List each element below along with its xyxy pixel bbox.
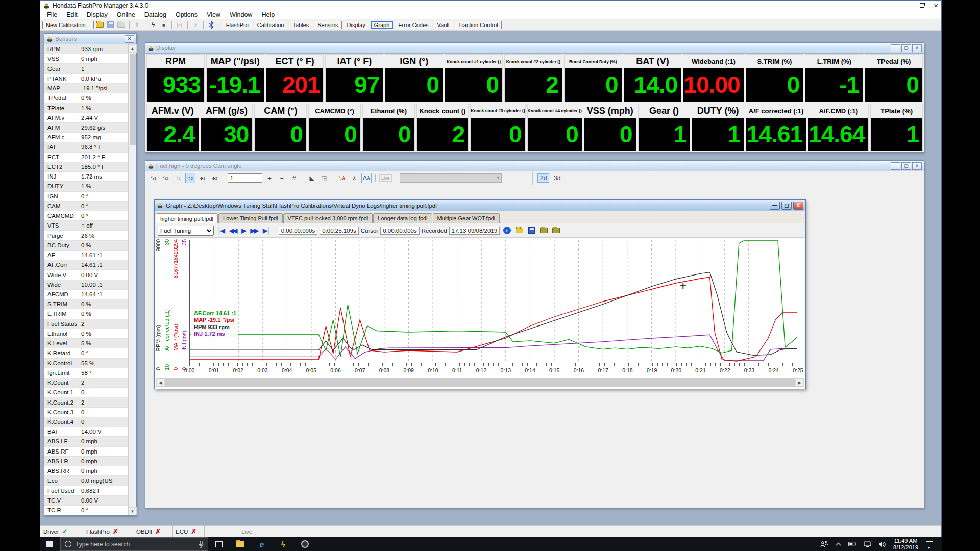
scroll-thumb[interactable] [130, 54, 136, 145]
view-2d-button[interactable]: 2d [537, 173, 549, 183]
display-maximize-button[interactable]: ▢ [901, 44, 911, 52]
sensors-scrollbar[interactable]: ▲ ▼ [128, 44, 136, 515]
menu-options[interactable]: Options [171, 11, 202, 19]
sensor-row[interactable]: IGN0 ° [44, 192, 128, 202]
edge-button[interactable]: e [251, 537, 273, 551]
sensor-row[interactable]: K.Retard0 ° [44, 348, 128, 358]
menu-view[interactable]: View [202, 11, 225, 19]
graph-close-button[interactable]: X [793, 202, 803, 210]
sensor-row[interactable]: VSS0 mph [44, 54, 128, 64]
sensor-row[interactable]: ABS.LF0 mph [44, 437, 128, 446]
sensor-row[interactable]: ABS.LR0 mph [44, 457, 128, 466]
app-taskbar-button[interactable] [294, 537, 315, 551]
time-end-field[interactable]: 0:00:25.109s [320, 227, 359, 235]
battery-icon[interactable] [845, 537, 860, 551]
display-close-button[interactable]: ✕ [912, 44, 922, 52]
graph-restore-button[interactable]: ▢ [781, 202, 792, 210]
zoom-in-icon[interactable]: ＋ [264, 173, 275, 183]
play-button[interactable]: ▶ [240, 227, 247, 234]
nav-calibration[interactable]: Calibration [254, 21, 288, 29]
fuel-high-maximize-button[interactable]: ▢ [901, 162, 911, 170]
action-center-icon[interactable] [922, 537, 937, 551]
sensor-row[interactable]: TPedal0 % [44, 93, 128, 103]
app-restore-button[interactable] [920, 3, 924, 8]
scroll-left-icon[interactable]: ◀ [156, 379, 165, 386]
tone-icon[interactable]: ♪ [191, 21, 200, 29]
bluetooth-icon[interactable] [207, 21, 216, 29]
graph-mode-select[interactable]: Fuel Tuning [158, 226, 214, 236]
rewind-button[interactable]: ◀◀ [228, 227, 238, 234]
sensor-row[interactable]: TC.V0.00 V [44, 496, 128, 506]
trace-tool-icon[interactable]: ◲ [319, 173, 329, 183]
file-explorer-button[interactable] [230, 537, 251, 551]
sensor-row[interactable]: Purge26 % [44, 231, 128, 240]
graph-tab[interactable]: VTEC pull locked 3,000 rpm.fpdl [283, 213, 373, 223]
sensor-row[interactable]: Eco0.0 mpg(US [44, 476, 128, 486]
fuel-high-close-button[interactable]: ✕ [912, 162, 922, 170]
sensor-row[interactable]: Ign.Limit58 ° [44, 368, 128, 378]
graph-tab[interactable]: higher timing pull.fpdl [156, 213, 218, 223]
menu-help[interactable]: Help [257, 11, 279, 19]
scroll-up-icon[interactable]: ▲ [129, 44, 137, 53]
nav-error-codes[interactable]: Error Codes [395, 21, 432, 29]
folder-closed-icon[interactable] [538, 226, 549, 235]
fuel-high-minimize-button[interactable]: — [891, 162, 900, 170]
lambda-icon[interactable]: λ [349, 173, 359, 183]
folder-export-icon[interactable] [551, 226, 561, 235]
zoom-out-icon[interactable]: − [277, 173, 287, 183]
sensor-row[interactable]: ECT201.2 ° F [44, 153, 128, 162]
new-calibration-button[interactable]: New Calibration... [42, 21, 94, 29]
fast-forward-button[interactable]: ▶▶ [249, 227, 259, 234]
pin-1-icon[interactable]: ♦1 [198, 173, 208, 183]
sensor-row[interactable]: CAMCMD0 ° [44, 211, 128, 221]
display-titlebar[interactable]: Display — ▢ ✕ [145, 43, 924, 54]
sensor-row[interactable]: IAT96.8 ° F [44, 142, 128, 152]
nav-tables[interactable]: Tables [289, 21, 312, 29]
people-icon[interactable] [817, 537, 832, 551]
go-to-end-button[interactable]: ▶│ [261, 227, 271, 234]
sensor-row[interactable]: VTS○ off [44, 221, 128, 231]
lambda-bolt-icon[interactable]: ϟλ [337, 173, 347, 183]
task-view-button[interactable] [208, 537, 230, 551]
recorded-time-field[interactable]: 17:13 09/08/2019 [449, 227, 500, 235]
sensor-row[interactable]: BAT14.00 V [44, 427, 128, 437]
sensor-row[interactable]: AF.Corr14.61 :1 [44, 260, 128, 270]
sensor-row[interactable]: RPM933 rpm [44, 44, 128, 54]
nav-graph[interactable]: Graph [371, 21, 394, 29]
tray-chevron-icon[interactable] [832, 537, 845, 551]
datalog-record-icon[interactable]: ϟ [149, 21, 158, 29]
delta-lambda-icon[interactable]: Δλ [361, 173, 372, 183]
graph-titlebar[interactable]: Graph - Z:\Desktop\Windows Tuning Stuff\… [155, 200, 805, 211]
sensor-row[interactable]: Wide.V0.00 V [44, 270, 128, 280]
sensor-row[interactable]: AFM.c952 mg [44, 133, 128, 142]
sensor-row[interactable]: ECT2185.0 ° F [44, 162, 128, 172]
bolt-2-icon[interactable]: ϟ2 [161, 173, 171, 183]
menu-file[interactable]: File [42, 11, 62, 19]
marker-up-2-icon[interactable]: ↑2 [185, 173, 195, 183]
sensor-row[interactable]: K.Count2 [44, 378, 128, 388]
app-close-button[interactable]: × [934, 1, 938, 11]
info-icon[interactable]: i [502, 226, 512, 235]
folder-icon[interactable] [117, 21, 126, 29]
upload-icon[interactable]: ⇧ [133, 21, 142, 29]
sensor-row[interactable]: K.Count.22 [44, 397, 128, 407]
sensor-row[interactable]: AFM29.62 g/s [44, 123, 128, 133]
bolt-1-icon[interactable]: ϟ1 [149, 173, 159, 183]
sensor-row[interactable]: Ethanol0 % [44, 329, 128, 339]
sensor-row[interactable]: K.Count.30 [44, 408, 128, 417]
table-select-dropdown[interactable] [400, 173, 502, 183]
sensor-row[interactable]: ABS.RR0 mph [44, 466, 128, 476]
datalog-stop-icon[interactable]: ● [159, 21, 168, 29]
sensor-row[interactable]: Fuel Used0.682 l [44, 486, 128, 496]
save-log-icon[interactable] [526, 226, 536, 235]
open-log-icon[interactable] [514, 226, 524, 235]
nav-sensors[interactable]: Sensors [314, 21, 341, 29]
scroll-right-icon[interactable]: ▶ [795, 379, 804, 386]
network-icon[interactable] [860, 537, 875, 551]
sensor-row[interactable]: Wide10.00 :1 [44, 280, 128, 290]
volume-icon[interactable] [875, 537, 889, 551]
open-file-icon[interactable] [95, 21, 105, 29]
sensor-row[interactable]: INJ1.72 ms [44, 172, 128, 182]
go-to-start-button[interactable]: │◀ [216, 227, 226, 234]
sensors-titlebar[interactable]: Sensors ✕ [44, 34, 136, 44]
